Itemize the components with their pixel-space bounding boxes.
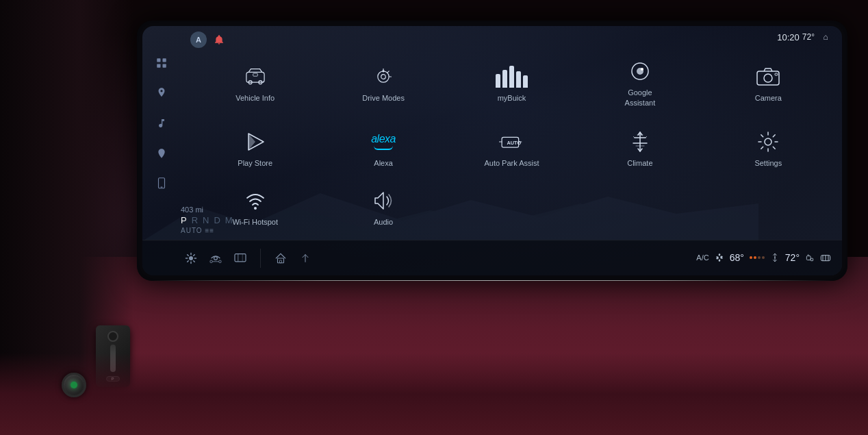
up-button[interactable] [298, 251, 313, 266]
svg-point-17 [641, 68, 643, 71]
vehicle-info-icon [240, 64, 270, 89]
ac-status[interactable]: A/C [696, 253, 709, 262]
settings-label: Settings [754, 158, 782, 168]
home-status-icon: ⌂ [820, 32, 831, 42]
sidebar-item-navigation[interactable] [151, 142, 173, 164]
svg-rect-32 [219, 260, 221, 262]
gear-shifter: P [96, 325, 130, 387]
left-temp-display: 68° [730, 252, 744, 263]
svg-point-24 [254, 207, 257, 210]
drive-modes-icon [368, 64, 398, 89]
dashboard-surface [0, 257, 868, 435]
driver-assist-button[interactable] [208, 251, 223, 266]
svg-point-28 [765, 138, 771, 145]
bottom-nav-bar: A/C 68° [142, 240, 842, 275]
svg-point-26 [764, 74, 772, 82]
wifi-label: Wi-Fi Hotspot [232, 217, 278, 227]
mybuick-label: myBuick [498, 93, 526, 103]
sidebar-item-grid[interactable] [151, 52, 173, 74]
svg-point-14 [382, 70, 384, 72]
screen-bottom-reflection [151, 280, 834, 281]
app-camera[interactable]: Camera [706, 52, 831, 114]
infotainment-screen-bezel: 10:20 72° ⌂ A [137, 21, 847, 281]
vehicle-info-label: Vehicle Info [235, 93, 275, 103]
auto-park-label: Auto Park Assist [484, 158, 539, 168]
heat-dot-3 [758, 256, 761, 259]
svg-text:AUTO: AUTO [507, 140, 522, 146]
audio-icon [368, 188, 398, 213]
svg-rect-3 [163, 58, 166, 62]
app-grid: Vehicle Info Drive Modes [187, 47, 837, 238]
app-vehicle-info[interactable]: Vehicle Info [192, 52, 318, 114]
svg-rect-34 [235, 253, 246, 261]
brightness-button[interactable] [183, 251, 199, 266]
svg-rect-37 [806, 256, 810, 260]
svg-marker-19 [248, 134, 255, 150]
play-store-icon [240, 129, 270, 154]
app-drive-modes[interactable]: Drive Modes [320, 52, 446, 114]
home-button[interactable] [273, 251, 288, 266]
heat-dot-1 [750, 256, 752, 259]
left-sidebar [142, 47, 181, 241]
fan-status[interactable] [715, 253, 724, 262]
app-wifi[interactable]: Wi-Fi Hotspot [192, 183, 318, 232]
right-temp-display: 72° [785, 252, 800, 263]
svg-rect-27 [775, 73, 778, 75]
svg-rect-31 [210, 260, 212, 262]
app-audio[interactable]: Audio [320, 183, 446, 232]
audio-label: Audio [374, 217, 393, 227]
infotainment-screen: 10:20 72° ⌂ A [142, 26, 842, 275]
svg-rect-2 [157, 58, 160, 62]
auto-park-icon: AUTO [496, 129, 526, 154]
app-alexa[interactable]: alexa Alexa [320, 117, 446, 179]
camera-label: Camera [755, 93, 782, 103]
sidebar-item-phone[interactable] [151, 173, 173, 195]
heat-dot-2 [754, 256, 756, 259]
wifi-icon [240, 188, 270, 213]
heat-level-indicator [750, 256, 765, 259]
svg-rect-4 [157, 64, 160, 68]
temp-sync-icon[interactable] [770, 253, 780, 262]
svg-line-23 [646, 136, 647, 138]
sidebar-item-media[interactable] [151, 112, 173, 134]
outside-temp: 72° [802, 32, 815, 42]
status-bar: 10:20 72° ⌂ [142, 26, 842, 45]
drive-modes-label: Drive Modes [362, 93, 405, 103]
alexa-icon: alexa [368, 129, 398, 154]
climate-label: Climate [627, 158, 652, 168]
sidebar-item-location[interactable] [151, 82, 173, 104]
display-mode-button[interactable] [233, 251, 248, 266]
rear-defroster-icon[interactable] [820, 253, 831, 262]
svg-point-30 [214, 256, 218, 260]
play-store-label: Play Store [238, 158, 272, 168]
climate-status-bar: A/C 68° [691, 240, 837, 275]
mybuick-icon [496, 64, 526, 89]
app-climate[interactable]: Climate [577, 117, 702, 179]
svg-rect-38 [810, 258, 813, 261]
app-auto-park[interactable]: AUTO Auto Park Assist [449, 117, 574, 179]
svg-rect-7 [161, 187, 163, 188]
status-icons: ⌂ [820, 32, 831, 42]
google-assistant-icon [625, 59, 655, 84]
app-mybuick[interactable]: myBuick [449, 52, 574, 114]
svg-line-22 [633, 136, 635, 138]
app-google-assistant[interactable]: GoogleAssistant [577, 52, 702, 114]
climate-icon [625, 129, 655, 154]
svg-rect-11 [253, 73, 257, 76]
settings-icon [753, 129, 783, 154]
notification-button[interactable] [211, 32, 227, 48]
heat-dot-4 [762, 256, 765, 259]
svg-point-29 [189, 256, 193, 260]
clock: 10:20 [777, 32, 800, 42]
seat-heat-icon[interactable] [805, 253, 815, 262]
ac-label: A/C [696, 253, 709, 262]
alexa-label-text: Alexa [374, 158, 393, 168]
app-play-store[interactable]: Play Store [192, 117, 318, 179]
ignition-button[interactable] [62, 373, 86, 397]
profile-button[interactable]: A [190, 32, 207, 48]
app-settings[interactable]: Settings [706, 117, 831, 179]
svg-rect-5 [163, 64, 166, 68]
svg-point-13 [381, 74, 386, 79]
camera-icon [753, 64, 783, 89]
google-assistant-label: GoogleAssistant [625, 88, 656, 108]
